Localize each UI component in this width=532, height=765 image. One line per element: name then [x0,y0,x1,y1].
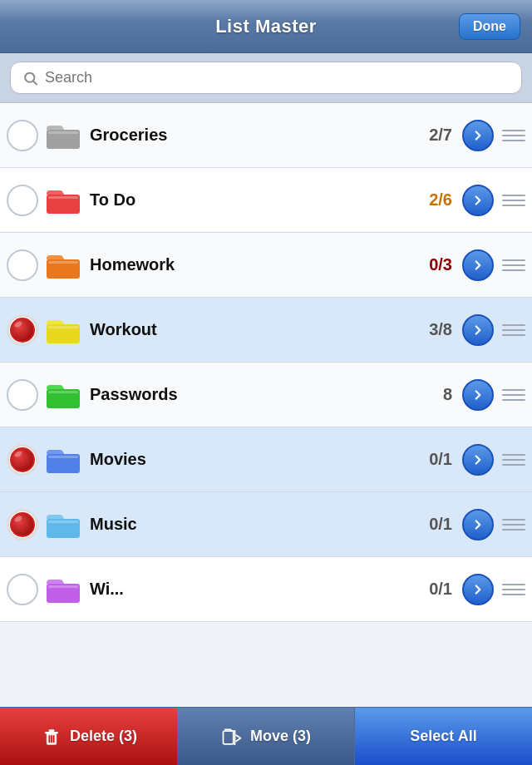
radio-selected[interactable] [7,509,38,540]
item-name: Workout [90,320,422,339]
select-all-label: Select All [410,728,476,745]
radio-selected[interactable] [7,314,38,346]
list-container: Groceries2/7 To Do2/6 Homework0/3 Workou… [0,103,532,707]
svg-point-0 [25,72,34,81]
folder-icon [45,510,81,540]
search-input-wrap [10,62,522,94]
drag-handle[interactable] [502,130,525,141]
item-name: Passwords [90,385,422,404]
search-icon [22,70,38,86]
folder-icon [45,185,81,215]
item-count: 3/8 [422,320,452,339]
svg-rect-20 [48,729,54,732]
move-button[interactable]: Move (3) [177,708,355,765]
drag-handle[interactable] [502,584,525,595]
svg-rect-24 [223,731,233,744]
item-name: Wi... [90,580,422,599]
app-title: List Master [215,16,317,37]
radio-unselected[interactable] [7,185,38,216]
item-count: 0/1 [422,515,452,534]
select-all-button[interactable]: Select All [355,708,532,765]
radio-unselected[interactable] [7,379,38,411]
folder-icon [45,445,81,475]
bottom-toolbar: Delete (3) Move (3) Select All [0,707,532,765]
header: List Master Done [0,0,532,53]
radio-unselected[interactable] [7,120,38,151]
svg-rect-17 [48,585,78,588]
svg-rect-15 [48,521,78,523]
item-name: Homework [90,255,422,274]
svg-line-1 [33,81,37,84]
folder-icon [45,575,81,605]
navigate-button[interactable] [462,185,494,216]
svg-rect-19 [45,731,58,733]
list-row: Music0/1 [0,492,532,557]
drag-handle[interactable] [502,324,525,336]
list-row: Workout3/8 [0,298,532,363]
list-row: Homework0/3 [0,233,532,298]
delete-label: Delete (3) [70,728,137,745]
navigate-button[interactable] [462,574,494,605]
item-name: Groceries [90,126,422,145]
item-name: Movies [90,450,422,469]
done-button[interactable]: Done [459,13,520,40]
search-input[interactable] [45,69,510,86]
svg-rect-11 [48,391,78,393]
drag-handle[interactable] [502,519,525,531]
folder-icon [45,315,81,345]
search-bar [0,53,532,103]
svg-rect-3 [48,131,78,134]
move-label: Move (3) [250,728,311,745]
item-name: Music [90,515,422,534]
radio-selected[interactable] [7,444,38,476]
folder-icon [45,250,81,280]
navigate-button[interactable] [462,509,494,540]
svg-rect-9 [48,326,78,328]
item-count: 2/6 [422,190,452,210]
list-row: Passwords8 [0,363,532,427]
item-count: 0/1 [422,580,452,599]
folder-icon [45,380,81,410]
drag-handle[interactable] [502,259,525,271]
item-name: To Do [90,190,422,210]
drag-handle[interactable] [502,389,525,401]
radio-unselected[interactable] [7,574,38,605]
navigate-button[interactable] [462,444,494,476]
navigate-button[interactable] [462,249,494,281]
svg-rect-7 [48,261,78,264]
navigate-button[interactable] [462,120,494,151]
trash-icon [40,725,63,748]
list-row: Movies0/1 [0,427,532,492]
delete-button[interactable]: Delete (3) [0,708,177,765]
svg-rect-13 [48,456,78,458]
folder-icon [45,121,81,151]
drag-handle[interactable] [502,195,525,206]
navigate-button[interactable] [462,379,494,411]
navigate-button[interactable] [462,314,494,346]
list-row: To Do2/6 [0,168,532,233]
item-count: 0/3 [422,255,452,274]
drag-handle[interactable] [502,454,525,466]
list-row: Wi...0/1 [0,557,532,622]
item-count: 8 [422,385,452,404]
radio-unselected[interactable] [7,249,38,281]
svg-rect-5 [48,196,78,199]
list-row: Groceries2/7 [0,103,532,168]
item-count: 0/1 [422,450,452,469]
move-icon [220,725,244,748]
item-count: 2/7 [422,126,452,145]
